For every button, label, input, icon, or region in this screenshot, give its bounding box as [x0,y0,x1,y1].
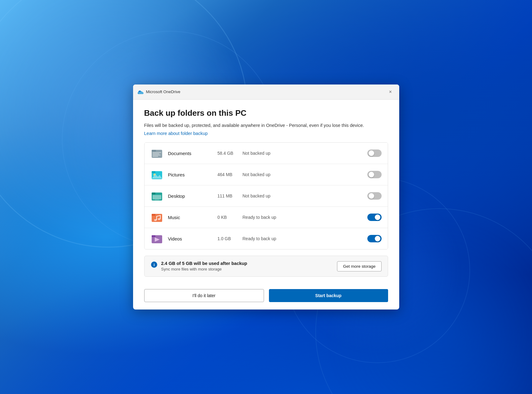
storage-left: i 2.4 GB of 5 GB will be used after back… [151,261,247,271]
svg-rect-4 [153,155,161,155]
folder-row-documents: Documents 58.4 GB Not backed up [145,143,388,164]
documents-folder-icon [151,147,163,159]
svg-point-17 [158,218,160,220]
videos-folder-size: 1.0 GB [218,236,238,241]
get-more-storage-button[interactable]: Get more storage [337,261,381,271]
storage-sub-text: Sync more files with more storage [161,267,247,271]
svg-rect-19 [152,235,155,237]
dialog-content: Back up folders on this PC Files will be… [133,100,399,284]
svg-rect-2 [153,152,161,153]
pictures-folder-size: 464 MB [218,172,238,177]
svg-rect-11 [152,193,155,194]
dialog-footer: I'll do it later Start backup [133,284,399,310]
folder-row-videos: Videos 1.0 GB Ready to back up [145,228,388,249]
svg-rect-13 [155,199,159,200]
svg-rect-7 [152,171,155,173]
music-folder-status: Ready to back up [243,215,367,220]
storage-main-text: 2.4 GB of 5 GB will be used after backup [161,261,247,266]
folder-row-music: Music 0 KB Ready to back up [145,207,388,228]
svg-rect-5 [153,156,158,157]
svg-rect-1 [152,150,156,152]
start-backup-button[interactable]: Start backup [269,289,388,302]
videos-folder-icon [151,232,163,245]
documents-toggle[interactable] [367,149,382,157]
pictures-toggle[interactable] [367,171,382,178]
desktop-folder-icon [151,190,163,202]
folder-row-desktop: Desktop 111 MB Not backed up [145,185,388,207]
pictures-folder-name: Pictures [168,172,205,177]
pictures-folder-status: Not backed up [243,172,367,177]
desktop-folder-size: 111 MB [218,193,238,198]
documents-folder-status: Not backed up [243,151,367,156]
svg-rect-12 [153,195,161,199]
onedrive-dialog: Microsoft OneDrive × Back up folders on … [133,84,399,310]
svg-point-16 [154,219,157,221]
videos-folder-name: Videos [168,236,205,241]
desktop-toggle[interactable] [367,192,382,200]
dialog-description: Files will be backed up, protected, and … [144,122,388,129]
app-title: Microsoft OneDrive [146,89,180,94]
close-button[interactable]: × [386,88,395,96]
later-button[interactable]: I'll do it later [144,289,264,302]
documents-folder-size: 58.4 GB [218,151,238,156]
svg-text:i: i [154,262,155,267]
desktop-folder-name: Desktop [168,193,205,199]
learn-more-link[interactable]: Learn more about folder backup [144,131,208,136]
dialog-heading: Back up folders on this PC [144,108,388,118]
svg-rect-3 [153,154,159,154]
desktop-folder-status: Not backed up [243,193,367,198]
storage-text-block: 2.4 GB of 5 GB will be used after backup… [161,261,247,271]
title-bar-left: Microsoft OneDrive [137,89,180,95]
info-icon: i [151,261,158,268]
storage-info-panel: i 2.4 GB of 5 GB will be used after back… [144,256,388,277]
folder-row-pictures: Pictures 464 MB Not backed up [145,164,388,185]
videos-folder-status: Ready to back up [243,236,367,241]
music-folder-name: Music [168,215,205,220]
svg-rect-15 [152,214,155,216]
videos-toggle[interactable] [367,235,382,242]
documents-folder-name: Documents [168,151,205,156]
onedrive-icon [137,89,144,95]
pictures-folder-icon [151,168,163,181]
folders-list: Documents 58.4 GB Not backed up P [144,142,388,249]
music-folder-size: 0 KB [218,215,238,220]
music-folder-icon [151,211,163,223]
title-bar: Microsoft OneDrive × [133,84,399,100]
music-toggle[interactable] [367,214,382,221]
